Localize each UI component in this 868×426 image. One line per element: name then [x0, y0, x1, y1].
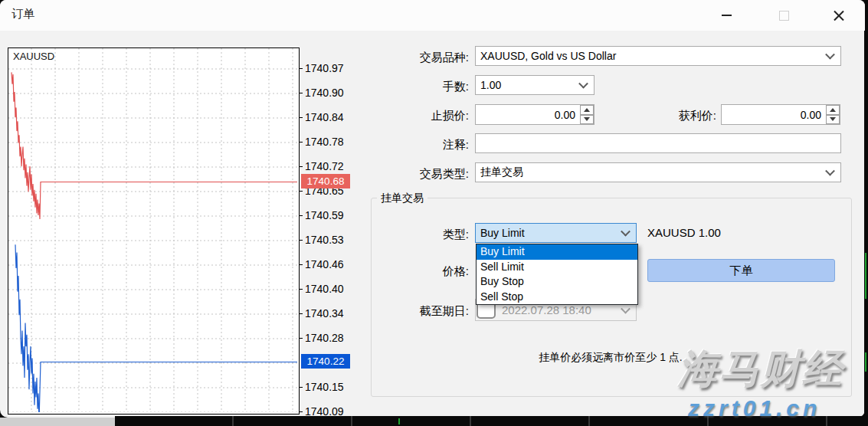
- arrow-down-icon: [584, 117, 590, 121]
- minimize-button[interactable]: [709, 0, 744, 31]
- expiry-label: 截至期日:: [360, 304, 469, 319]
- maximize-button[interactable]: [766, 0, 801, 31]
- chevron-down-icon: [621, 227, 631, 237]
- candle-sliver: [865, 253, 866, 299]
- spin-down-button[interactable]: [580, 115, 594, 125]
- pending-order-group-label: 挂单交易: [377, 192, 427, 205]
- arrow-up-icon: [584, 108, 590, 112]
- candle-sliver: [865, 352, 866, 372]
- price-tick-label: 1740.90: [305, 87, 344, 99]
- order-type-option[interactable]: Buy Limit: [477, 244, 637, 260]
- volume-combobox-value: 1.00: [480, 76, 501, 94]
- price-scale: 1740.971740.901740.841740.781740.721740.…: [303, 48, 351, 417]
- stoploss-spinner: [580, 105, 594, 124]
- chevron-down-icon: [621, 303, 631, 313]
- axis-tick: [398, 418, 400, 424]
- order-type-option[interactable]: Buy Stop: [477, 274, 637, 290]
- order-type-dropdown-list: Buy LimitSell LimitBuy StopSell Stop: [476, 244, 638, 305]
- spin-down-button[interactable]: [826, 115, 840, 125]
- watermark-text: 海马财经: [678, 342, 843, 396]
- background-chart-sliver: [864, 31, 868, 426]
- screen: 订单 XAUUSD 1740.971740.901740.841740.7817…: [0, 0, 868, 426]
- arrow-down-icon: [830, 117, 836, 121]
- comment-label: 注释:: [368, 138, 469, 152]
- price-tick-label: 1740.53: [305, 234, 344, 246]
- price-tick-mark: [299, 411, 303, 412]
- price-label: 价格:: [368, 264, 469, 279]
- ask-price-badge: 1740.68: [301, 174, 350, 188]
- volume-combobox[interactable]: 1.00: [475, 75, 594, 95]
- chevron-down-icon: [825, 166, 835, 176]
- price-tick-label: 1740.97: [305, 62, 344, 74]
- price-tick-mark: [299, 289, 303, 290]
- price-tick-mark: [299, 166, 303, 167]
- price-tick-label: 1740.84: [305, 111, 344, 123]
- chevron-down-icon: [825, 50, 835, 60]
- price-tick-mark: [299, 191, 303, 192]
- price-tick-label: 1740.15: [305, 381, 344, 393]
- maximize-icon: [779, 11, 789, 21]
- order-type-combobox-value: Buy Limit: [480, 224, 525, 242]
- tick-chart: XAUUSD: [8, 48, 300, 415]
- takeprofit-spinbox[interactable]: 0.00: [721, 104, 840, 125]
- bid-price-badge: 1740.22: [301, 354, 350, 369]
- symbol-combobox[interactable]: XAUUSD, Gold vs US Dollar: [475, 46, 841, 66]
- price-tick-mark: [299, 240, 303, 241]
- price-tick-label: 1740.40: [305, 283, 344, 295]
- order-type-option[interactable]: Sell Limit: [477, 260, 637, 275]
- arrow-up-icon: [830, 108, 836, 112]
- chart-symbol-label: XAUUSD: [13, 51, 54, 62]
- price-tick-label: 1740.78: [305, 136, 344, 148]
- takeprofit-value: 0.00: [801, 105, 821, 124]
- price-tick-mark: [299, 93, 303, 93]
- minimize-icon: [722, 15, 732, 16]
- comment-input[interactable]: [475, 133, 841, 153]
- chevron-down-icon: [578, 79, 588, 89]
- trade-type-combobox[interactable]: 挂单交易: [475, 162, 841, 182]
- takeprofit-spinner: [826, 105, 840, 124]
- spin-up-button[interactable]: [826, 105, 840, 115]
- stoploss-value: 0.00: [555, 105, 575, 124]
- stoploss-label: 止损价:: [368, 109, 469, 123]
- price-tick-mark: [299, 117, 303, 118]
- trade-type-combobox-value: 挂单交易: [480, 163, 523, 182]
- dialog-title: 订单: [11, 7, 34, 21]
- stoploss-spinbox[interactable]: 0.00: [475, 104, 594, 125]
- spin-up-button[interactable]: [580, 105, 594, 115]
- title-bar: 订单: [0, 0, 865, 31]
- close-button[interactable]: [821, 0, 857, 31]
- order-type-label: 类型:: [368, 228, 469, 242]
- price-tick-label: 1740.46: [305, 258, 344, 270]
- price-tick-label: 1740.28: [305, 332, 344, 344]
- price-tick-mark: [299, 387, 303, 388]
- order-summary: XAUUSD 1.00: [647, 226, 721, 239]
- symbol-combobox-value: XAUUSD, Gold vs US Dollar: [480, 47, 616, 65]
- price-tick-mark: [299, 313, 303, 314]
- place-order-button[interactable]: 下单: [647, 259, 835, 282]
- watermark-url: zzrt01.cn: [688, 395, 821, 421]
- tick-chart-canvas: [8, 48, 297, 412]
- volume-label: 手数:: [368, 80, 469, 94]
- close-icon: [834, 10, 844, 21]
- symbol-label: 交易品种:: [368, 51, 469, 65]
- trade-type-label: 交易类型:: [368, 167, 469, 182]
- price-tick-mark: [299, 215, 303, 216]
- price-tick-mark: [299, 338, 303, 339]
- price-tick-label: 1740.72: [305, 160, 344, 172]
- price-tick-mark: [299, 142, 303, 143]
- price-tick-label: 1740.59: [305, 209, 344, 221]
- price-tick-label: 1740.34: [305, 307, 344, 320]
- background-window-edge: [0, 418, 115, 426]
- price-tick-mark: [299, 68, 303, 69]
- takeprofit-label: 获利价:: [628, 109, 716, 123]
- order-type-option[interactable]: Sell Stop: [477, 290, 637, 305]
- order-type-combobox[interactable]: Buy Limit: [475, 223, 637, 243]
- price-tick-mark: [299, 264, 303, 265]
